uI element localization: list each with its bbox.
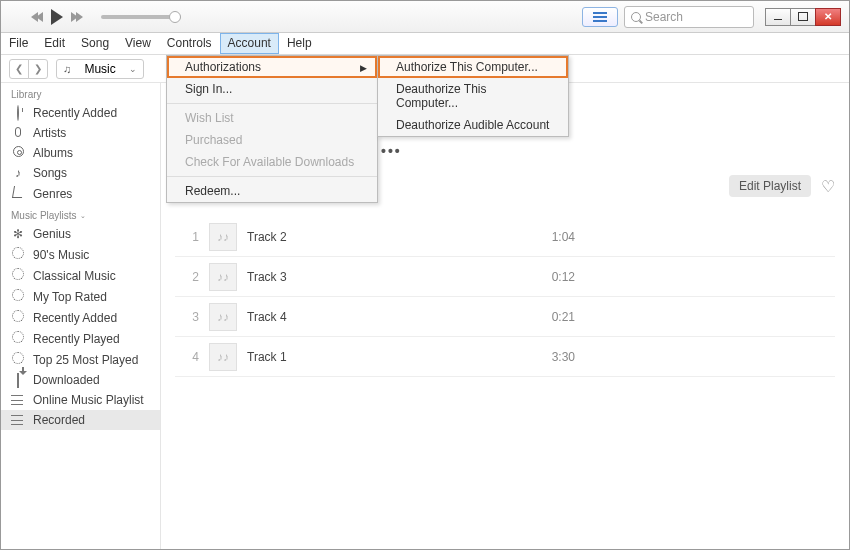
sidebar-item-recently-played[interactable]: Recently Played	[1, 328, 160, 349]
more-options-button[interactable]: •••	[381, 143, 402, 159]
sidebar-item-label: Downloaded	[33, 373, 100, 387]
chevron-down-icon: ⌄	[129, 64, 137, 74]
menu-account[interactable]: Account	[220, 33, 279, 54]
sidebar-item-my-top-rated[interactable]: My Top Rated	[1, 286, 160, 307]
sidebar-item-label: Recorded	[33, 413, 85, 427]
sidebar-item-label: Recently Played	[33, 332, 120, 346]
track-row[interactable]: 2 ♪♪ Track 3 0:12	[175, 257, 835, 297]
menu-edit[interactable]: Edit	[36, 33, 73, 54]
clock-icon	[17, 105, 19, 121]
guitar-icon	[12, 186, 24, 198]
sidebar-item-90s-music[interactable]: 90's Music	[1, 244, 160, 265]
play-icon	[51, 9, 63, 25]
microphone-icon	[15, 127, 21, 137]
track-row[interactable]: 1 ♪♪ Track 2 1:04	[175, 217, 835, 257]
menu-view[interactable]: View	[117, 33, 159, 54]
sidebar: Library Recently Added Artists Albums ♪S…	[1, 83, 161, 549]
sidebar-item-online-music[interactable]: Online Music Playlist	[1, 390, 160, 410]
menu-item-authorize-computer[interactable]: Authorize This Computer...	[378, 56, 568, 78]
sidebar-item-songs[interactable]: ♪Songs	[1, 163, 160, 183]
track-duration: 0:21	[525, 310, 575, 324]
music-note-icon: ♫	[63, 63, 71, 75]
sidebar-item-genres[interactable]: Genres	[1, 183, 160, 204]
menubar: File Edit Song View Controls Account Hel…	[1, 33, 849, 55]
volume-thumb[interactable]	[169, 11, 181, 23]
album-art-icon: ♪♪	[209, 263, 237, 291]
menu-item-authorizations[interactable]: Authorizations ▶	[167, 56, 377, 78]
sidebar-item-label: Genres	[33, 187, 72, 201]
menu-item-label: Authorize This Computer...	[396, 60, 538, 74]
track-name: Track 1	[247, 350, 525, 364]
favorite-button[interactable]: ♡	[821, 177, 835, 196]
sidebar-item-label: Top 25 Most Played	[33, 353, 138, 367]
sidebar-item-label: 90's Music	[33, 248, 89, 262]
track-row[interactable]: 4 ♪♪ Track 1 3:30	[175, 337, 835, 377]
playlist-icon	[11, 395, 23, 405]
track-row[interactable]: 3 ♪♪ Track 4 0:21	[175, 297, 835, 337]
sidebar-header-library: Library	[1, 83, 160, 103]
menu-item-redeem[interactable]: Redeem...	[167, 180, 377, 202]
gear-icon	[12, 310, 24, 322]
sidebar-item-top25[interactable]: Top 25 Most Played	[1, 349, 160, 370]
edit-playlist-button[interactable]: Edit Playlist	[729, 175, 811, 197]
window-controls	[766, 8, 841, 26]
sidebar-header-playlists[interactable]: Music Playlists⌄	[1, 204, 160, 224]
menu-item-deauthorize-computer[interactable]: Deauthorize This Computer...	[378, 78, 568, 114]
menu-item-label: Check For Available Downloads	[185, 155, 354, 169]
menu-item-label: Deauthorize This Computer...	[396, 82, 487, 110]
gear-icon	[12, 268, 24, 280]
menu-separator	[167, 176, 377, 177]
skip-back-icon	[31, 12, 41, 22]
account-menu: Authorizations ▶ Sign In... Wish List Pu…	[166, 55, 378, 203]
nav-forward-button[interactable]: ❯	[28, 59, 48, 79]
track-number: 2	[175, 270, 199, 284]
submenu-arrow-icon: ▶	[360, 63, 367, 73]
track-list: 1 ♪♪ Track 2 1:04 2 ♪♪ Track 3 0:12 3 ♪♪…	[175, 217, 835, 377]
menu-item-wish-list: Wish List	[167, 107, 377, 129]
track-number: 3	[175, 310, 199, 324]
sidebar-item-albums[interactable]: Albums	[1, 143, 160, 163]
previous-track-button[interactable]	[31, 12, 41, 22]
sidebar-item-label: Songs	[33, 166, 67, 180]
track-name: Track 3	[247, 270, 525, 284]
search-icon	[631, 12, 641, 22]
list-icon	[593, 12, 607, 22]
search-input[interactable]: Search	[624, 6, 754, 28]
sidebar-item-label: Online Music Playlist	[33, 393, 144, 407]
track-number: 1	[175, 230, 199, 244]
menu-help[interactable]: Help	[279, 33, 320, 54]
track-duration: 1:04	[525, 230, 575, 244]
sidebar-item-recorded[interactable]: Recorded	[1, 410, 160, 430]
note-icon: ♪	[11, 166, 25, 180]
titlebar: Search	[1, 1, 849, 33]
source-selector[interactable]: ♫ Music ⌄	[56, 59, 144, 79]
sidebar-item-classical-music[interactable]: Classical Music	[1, 265, 160, 286]
menu-controls[interactable]: Controls	[159, 33, 220, 54]
skip-forward-icon	[73, 12, 83, 22]
menu-item-deauthorize-audible[interactable]: Deauthorize Audible Account	[378, 114, 568, 136]
list-view-button[interactable]	[582, 7, 618, 27]
genius-icon: ✻	[11, 227, 25, 241]
close-button[interactable]	[815, 8, 841, 26]
minimize-button[interactable]	[765, 8, 791, 26]
play-button[interactable]	[51, 9, 63, 25]
maximize-button[interactable]	[790, 8, 816, 26]
sidebar-item-artists[interactable]: Artists	[1, 123, 160, 143]
menu-file[interactable]: File	[1, 33, 36, 54]
menu-item-label: Wish List	[185, 111, 234, 125]
sidebar-item-label: My Top Rated	[33, 290, 107, 304]
volume-slider[interactable]	[101, 15, 181, 19]
next-track-button[interactable]	[73, 12, 83, 22]
sidebar-item-label: Recently Added	[33, 311, 117, 325]
sidebar-item-genius[interactable]: ✻Genius	[1, 224, 160, 244]
track-duration: 3:30	[525, 350, 575, 364]
menu-song[interactable]: Song	[73, 33, 117, 54]
menu-item-sign-in[interactable]: Sign In...	[167, 78, 377, 100]
track-duration: 0:12	[525, 270, 575, 284]
sidebar-item-downloaded[interactable]: Downloaded	[1, 370, 160, 390]
nav-back-button[interactable]: ❮	[9, 59, 29, 79]
source-label: Music	[84, 62, 115, 76]
sidebar-item-recently-added[interactable]: Recently Added	[1, 103, 160, 123]
album-icon	[13, 146, 24, 157]
sidebar-item-recently-added-pl[interactable]: Recently Added	[1, 307, 160, 328]
